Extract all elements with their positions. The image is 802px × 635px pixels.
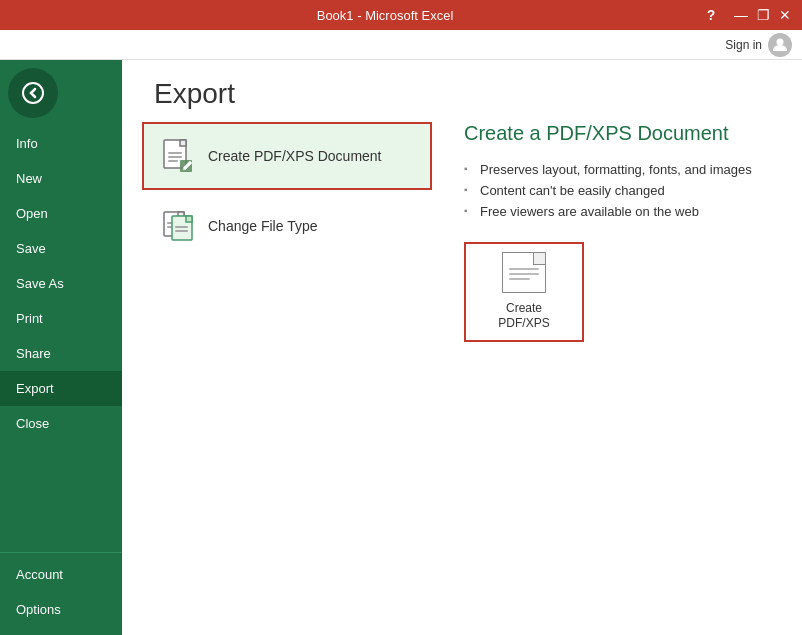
svg-rect-13 — [186, 216, 192, 222]
title-bar-controls: ? — ❐ ✕ — [702, 6, 794, 24]
change-file-icon — [160, 208, 196, 244]
svg-rect-6 — [168, 160, 178, 162]
sidebar-item-save[interactable]: Save — [0, 231, 122, 266]
pdf-btn-icon — [502, 252, 546, 293]
pdf-option-icon — [160, 138, 196, 174]
sidebar-item-account[interactable]: Account — [0, 557, 122, 592]
sidebar: Info New Open Save Save As Print Share E… — [0, 60, 122, 635]
sidebar-item-export[interactable]: Export — [0, 371, 122, 406]
svg-rect-5 — [168, 156, 182, 158]
create-pdf-btn-container: CreatePDF/XPS — [464, 242, 770, 342]
nav-divider — [0, 552, 122, 553]
page-title: Export — [122, 60, 802, 122]
create-pdf-btn-label: CreatePDF/XPS — [498, 301, 549, 332]
change-file-label: Change File Type — [208, 218, 317, 234]
export-layout: Create PDF/XPS Document — [122, 122, 802, 635]
main-layout: Info New Open Save Save As Print Share E… — [0, 60, 802, 635]
sidebar-item-share[interactable]: Share — [0, 336, 122, 371]
user-icon — [768, 33, 792, 57]
bullet-1: Preserves layout, formatting, fonts, and… — [464, 159, 770, 180]
minimize-button[interactable]: — — [732, 6, 750, 24]
help-button[interactable]: ? — [702, 6, 720, 24]
sidebar-item-options[interactable]: Options — [0, 592, 122, 627]
svg-rect-3 — [180, 140, 186, 146]
svg-point-1 — [23, 83, 43, 103]
nav-bottom: Account Options — [0, 557, 122, 635]
svg-rect-4 — [168, 152, 182, 154]
create-pdf-option[interactable]: Create PDF/XPS Document — [142, 122, 432, 190]
sidebar-item-info[interactable]: Info — [0, 126, 122, 161]
sidebar-item-close[interactable]: Close — [0, 406, 122, 441]
sidebar-item-save-as[interactable]: Save As — [0, 266, 122, 301]
sidebar-item-print[interactable]: Print — [0, 301, 122, 336]
export-options: Create PDF/XPS Document — [142, 122, 432, 635]
svg-rect-14 — [175, 226, 188, 228]
bullet-3: Free viewers are available on the web — [464, 201, 770, 222]
sidebar-item-open[interactable]: Open — [0, 196, 122, 231]
detail-title: Create a PDF/XPS Document — [464, 122, 770, 145]
title-bar: Book1 - Microsoft Excel ? — ❐ ✕ — [0, 0, 802, 30]
create-pdf-label: Create PDF/XPS Document — [208, 148, 382, 164]
content-area: Export — [122, 60, 802, 635]
change-file-type-option[interactable]: Change File Type — [142, 192, 432, 260]
export-detail: Create a PDF/XPS Document Preserves layo… — [432, 122, 802, 635]
nav-items: Info New Open Save Save As Print Share E… — [0, 126, 122, 548]
restore-button[interactable]: ❐ — [754, 6, 772, 24]
signin-bar: Sign in — [0, 30, 802, 60]
back-button[interactable] — [8, 68, 58, 118]
title-bar-title: Book1 - Microsoft Excel — [68, 8, 702, 23]
signin-label[interactable]: Sign in — [725, 38, 762, 52]
svg-rect-15 — [175, 230, 188, 232]
svg-point-0 — [777, 38, 784, 45]
bullet-2: Content can't be easily changed — [464, 180, 770, 201]
sidebar-item-new[interactable]: New — [0, 161, 122, 196]
create-pdf-button[interactable]: CreatePDF/XPS — [464, 242, 584, 342]
detail-bullets: Preserves layout, formatting, fonts, and… — [464, 159, 770, 222]
close-button[interactable]: ✕ — [776, 6, 794, 24]
